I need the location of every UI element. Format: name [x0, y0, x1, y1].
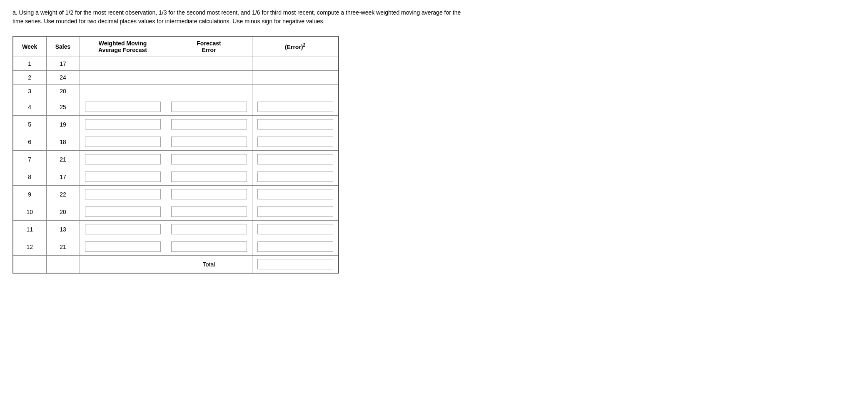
- cell-err2: [252, 57, 339, 71]
- cell-week: 8: [13, 168, 46, 186]
- cell-week: 9: [13, 186, 46, 203]
- input-err2[interactable]: [257, 241, 333, 252]
- table-row: 817: [13, 168, 339, 186]
- cell-wma[interactable]: [80, 98, 166, 116]
- cell-sales: 13: [46, 221, 80, 238]
- cell-wma[interactable]: [80, 151, 166, 168]
- cell-fe[interactable]: [166, 168, 252, 186]
- cell-sales: 17: [46, 57, 80, 71]
- cell-sales: 17: [46, 168, 80, 186]
- table-row: 618: [13, 133, 339, 151]
- table-row: 922: [13, 186, 339, 203]
- cell-week: 4: [13, 98, 46, 116]
- input-wma[interactable]: [85, 207, 161, 217]
- table-body: 117224320425519618721817922102011131221: [13, 57, 339, 256]
- cell-fe[interactable]: [166, 221, 252, 238]
- input-fe[interactable]: [171, 189, 247, 199]
- cell-wma[interactable]: [80, 168, 166, 186]
- col-header-week: Week: [13, 36, 46, 57]
- cell-err2: [252, 71, 339, 85]
- input-fe[interactable]: [171, 154, 247, 164]
- col-header-err2: (Error)2: [252, 36, 339, 57]
- cell-sales: 19: [46, 116, 80, 133]
- cell-fe[interactable]: [166, 238, 252, 256]
- col-header-sales: Sales: [46, 36, 80, 57]
- col-header-fe: Forecast Error: [166, 36, 252, 57]
- table-row: 320: [13, 85, 339, 98]
- cell-fe[interactable]: [166, 133, 252, 151]
- table-row: 1020: [13, 203, 339, 221]
- cell-err2[interactable]: [252, 151, 339, 168]
- input-wma[interactable]: [85, 189, 161, 199]
- cell-wma[interactable]: [80, 186, 166, 203]
- cell-fe: [166, 71, 252, 85]
- cell-err2[interactable]: [252, 98, 339, 116]
- table-row: 224: [13, 71, 339, 85]
- cell-wma[interactable]: [80, 221, 166, 238]
- input-wma[interactable]: [85, 241, 161, 252]
- cell-sales: 22: [46, 186, 80, 203]
- input-err2[interactable]: [257, 119, 333, 129]
- input-err2[interactable]: [257, 172, 333, 182]
- input-err2[interactable]: [257, 189, 333, 199]
- data-table: Week Sales Weighted Moving Average Forec…: [12, 36, 339, 274]
- total-label-cell: Total: [166, 256, 252, 274]
- input-wma[interactable]: [85, 224, 161, 234]
- input-fe[interactable]: [171, 224, 247, 234]
- cell-fe[interactable]: [166, 186, 252, 203]
- table-row: 117: [13, 57, 339, 71]
- cell-sales: 21: [46, 238, 80, 256]
- input-fe[interactable]: [171, 137, 247, 147]
- cell-week: 1: [13, 57, 46, 71]
- input-fe[interactable]: [171, 172, 247, 182]
- total-input[interactable]: [257, 259, 333, 269]
- total-input-cell[interactable]: [252, 256, 339, 274]
- input-err2[interactable]: [257, 137, 333, 147]
- instruction-body: Using a weight of 1/2 for the most recen…: [12, 9, 461, 25]
- cell-fe: [166, 85, 252, 98]
- instruction-text: a. Using a weight of 1/2 for the most re…: [12, 8, 471, 26]
- cell-sales: 25: [46, 98, 80, 116]
- cell-err2[interactable]: [252, 133, 339, 151]
- input-err2[interactable]: [257, 207, 333, 217]
- cell-fe[interactable]: [166, 151, 252, 168]
- cell-err2[interactable]: [252, 221, 339, 238]
- input-err2[interactable]: [257, 102, 333, 112]
- input-fe[interactable]: [171, 119, 247, 129]
- cell-err2[interactable]: [252, 238, 339, 256]
- cell-sales: 20: [46, 85, 80, 98]
- cell-week: 6: [13, 133, 46, 151]
- input-err2[interactable]: [257, 154, 333, 164]
- cell-fe[interactable]: [166, 203, 252, 221]
- cell-wma[interactable]: [80, 203, 166, 221]
- cell-week: 5: [13, 116, 46, 133]
- input-fe[interactable]: [171, 241, 247, 252]
- table-footer: Total: [13, 256, 339, 274]
- total-empty-1: [13, 256, 46, 274]
- input-err2[interactable]: [257, 224, 333, 234]
- input-wma[interactable]: [85, 172, 161, 182]
- input-fe[interactable]: [171, 207, 247, 217]
- cell-err2[interactable]: [252, 168, 339, 186]
- input-wma[interactable]: [85, 137, 161, 147]
- cell-week: 11: [13, 221, 46, 238]
- input-fe[interactable]: [171, 102, 247, 112]
- input-wma[interactable]: [85, 154, 161, 164]
- cell-err2[interactable]: [252, 186, 339, 203]
- cell-err2[interactable]: [252, 116, 339, 133]
- input-wma[interactable]: [85, 119, 161, 129]
- total-empty-3: [80, 256, 166, 274]
- table-row: 1113: [13, 221, 339, 238]
- cell-week: 3: [13, 85, 46, 98]
- cell-err2[interactable]: [252, 203, 339, 221]
- cell-fe[interactable]: [166, 98, 252, 116]
- cell-wma[interactable]: [80, 238, 166, 256]
- cell-wma[interactable]: [80, 133, 166, 151]
- cell-wma[interactable]: [80, 116, 166, 133]
- cell-fe[interactable]: [166, 116, 252, 133]
- cell-wma: [80, 71, 166, 85]
- cell-fe: [166, 57, 252, 71]
- input-wma[interactable]: [85, 102, 161, 112]
- cell-sales: 24: [46, 71, 80, 85]
- col-header-wma: Weighted Moving Average Forecast: [80, 36, 166, 57]
